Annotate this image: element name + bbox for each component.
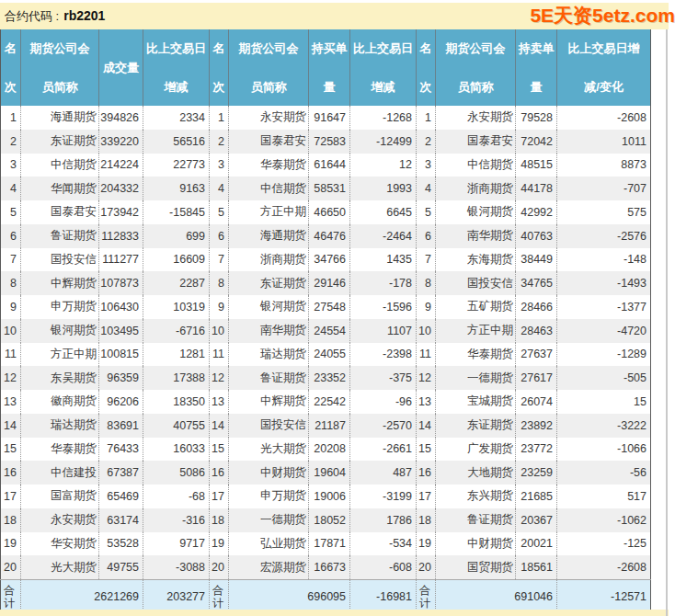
table-row: 19华安期货53528971719弘业期货17871-53419中财期货2002… xyxy=(1,532,651,556)
member-cell: 国贸期货 xyxy=(436,555,516,579)
value-cell: 63174 xyxy=(99,508,143,532)
change-cell: 1435 xyxy=(350,248,417,272)
change-cell: -96 xyxy=(350,390,417,414)
total-short-change: -12571 xyxy=(557,580,651,613)
value-cell: 67387 xyxy=(99,461,143,485)
table-row: 20光大期货49755-308820宏源期货16673-60820国贸期货185… xyxy=(1,555,651,579)
member-cell: 东证期货 xyxy=(436,414,516,438)
rank-cell: 13 xyxy=(210,390,229,414)
rank-cell: 2 xyxy=(210,130,229,154)
table-row: 7国投安信111277166097浙商期货3476614357东海期货38449… xyxy=(1,248,651,272)
value-cell: 28463 xyxy=(516,319,557,343)
rank-cell: 18 xyxy=(210,508,229,532)
member-cell: 中辉期货 xyxy=(21,271,99,295)
member-cell: 中财期货 xyxy=(229,461,309,485)
change-cell: -15845 xyxy=(143,200,210,224)
contract-code: rb2201 xyxy=(63,8,105,23)
member-cell: 一德期货 xyxy=(436,366,516,390)
site-logo[interactable]: 5E天资5etz.com xyxy=(530,2,675,29)
rank-cell: 18 xyxy=(417,508,436,532)
value-cell: 23892 xyxy=(516,414,557,438)
member-cell: 光大期货 xyxy=(21,555,99,579)
table-total-row: 合计 2621269 203277 合计 696095 -16981 合计 69… xyxy=(1,580,651,613)
total-long: 696095 xyxy=(229,580,350,613)
change-cell: 1107 xyxy=(350,319,417,343)
value-cell: 46476 xyxy=(309,224,350,248)
value-cell: 49755 xyxy=(99,555,143,579)
member-cell: 华泰期货 xyxy=(229,154,309,177)
value-cell: 339220 xyxy=(99,130,143,154)
member-cell: 东吴期货 xyxy=(21,366,99,390)
col-header-member-2: 期货公司会员简称 xyxy=(229,29,309,106)
value-cell: 96359 xyxy=(99,366,143,390)
rank-cell: 7 xyxy=(417,248,436,272)
rank-cell: 5 xyxy=(210,200,229,224)
member-cell: 瑞达期货 xyxy=(21,414,99,438)
change-cell: 16033 xyxy=(143,438,210,462)
member-cell: 华泰期货 xyxy=(436,343,516,367)
value-cell: 204332 xyxy=(99,177,143,200)
value-cell: 19604 xyxy=(309,461,350,485)
rank-cell: 15 xyxy=(1,438,21,462)
rank-cell: 10 xyxy=(210,319,229,343)
change-cell: 17388 xyxy=(143,366,210,390)
value-cell: 29146 xyxy=(309,271,350,295)
rank-cell: 13 xyxy=(1,390,21,414)
change-cell: -6716 xyxy=(143,319,210,343)
change-cell: 1993 xyxy=(350,177,417,200)
member-cell: 东兴期货 xyxy=(436,485,516,508)
value-cell: 26074 xyxy=(516,390,557,414)
member-cell: 华泰期货 xyxy=(21,438,99,462)
table-row: 6鲁证期货1128336996海通期货46476-24646南华期货40763-… xyxy=(1,224,651,248)
member-cell: 大地期货 xyxy=(436,461,516,485)
rank-cell: 3 xyxy=(417,154,436,177)
member-cell: 海通期货 xyxy=(21,106,99,130)
member-cell: 东证期货 xyxy=(229,271,309,295)
change-cell: -1062 xyxy=(557,508,651,532)
change-cell: 575 xyxy=(557,200,651,224)
value-cell: 394826 xyxy=(99,106,143,130)
col-header-rank-3: 名次 xyxy=(417,29,436,106)
rank-cell: 11 xyxy=(1,343,21,367)
table-row: 14瑞达期货836914075514国投安信21187-257014东证期货23… xyxy=(1,414,651,438)
change-cell: -1377 xyxy=(557,295,651,319)
value-cell: 24055 xyxy=(309,343,350,367)
table-row: 13徽商期货962061835013中辉期货22542-9613宝城期货2607… xyxy=(1,390,651,414)
col-header-short-change: 比上交易日增减/变化 xyxy=(557,29,651,106)
value-cell: 27548 xyxy=(309,295,350,319)
change-cell: 2334 xyxy=(143,106,210,130)
value-cell: 20367 xyxy=(516,508,557,532)
member-cell: 宝城期货 xyxy=(436,390,516,414)
change-cell: -3088 xyxy=(143,555,210,579)
value-cell: 103495 xyxy=(99,319,143,343)
value-cell: 23352 xyxy=(309,366,350,390)
rank-cell: 1 xyxy=(210,106,229,130)
change-cell: -2661 xyxy=(350,438,417,462)
futures-ranking-page: 合约代码 :rb2201 5E天资5etz.com 名次 期货公司会员简称 成交… xyxy=(0,0,675,616)
rank-cell: 4 xyxy=(210,177,229,200)
rank-cell: 17 xyxy=(417,485,436,508)
table-row: 15华泰期货764331603315光大期货20208-266115广发期货23… xyxy=(1,438,651,462)
change-cell: -2576 xyxy=(557,224,651,248)
value-cell: 18052 xyxy=(309,508,350,532)
rank-cell: 20 xyxy=(210,555,229,579)
value-cell: 21187 xyxy=(309,414,350,438)
value-cell: 44178 xyxy=(516,177,557,200)
rank-cell: 9 xyxy=(210,295,229,319)
value-cell: 17871 xyxy=(309,532,350,556)
value-cell: 42992 xyxy=(516,200,557,224)
rank-cell: 1 xyxy=(417,106,436,130)
member-cell: 瑞达期货 xyxy=(229,343,309,367)
member-cell: 方正中期 xyxy=(229,200,309,224)
col-header-long-change: 比上交易日增减 xyxy=(350,29,417,106)
rank-cell: 15 xyxy=(210,438,229,462)
member-cell: 方正中期 xyxy=(436,319,516,343)
value-cell: 34765 xyxy=(516,271,557,295)
total-volume: 2621269 xyxy=(21,580,143,613)
member-cell: 中信建投 xyxy=(21,461,99,485)
change-cell: 56516 xyxy=(143,130,210,154)
member-cell: 鲁证期货 xyxy=(436,508,516,532)
change-cell: -12499 xyxy=(350,130,417,154)
rank-cell: 16 xyxy=(417,461,436,485)
value-cell: 19006 xyxy=(309,485,350,508)
